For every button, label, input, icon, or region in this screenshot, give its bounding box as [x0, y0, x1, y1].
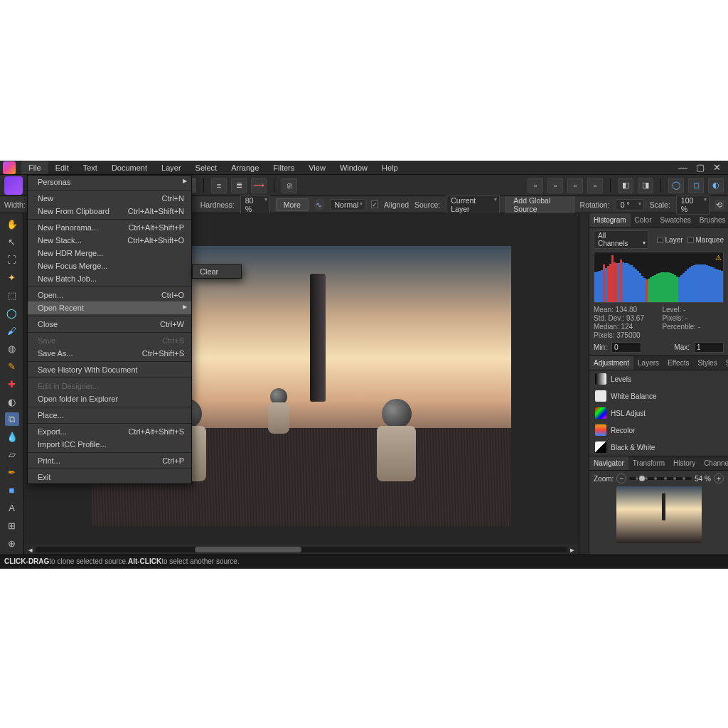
menu-document[interactable]: Document	[105, 161, 154, 174]
scroll-left-icon[interactable]: ◂	[28, 545, 33, 555]
menu-item-new-hdr-merge[interactable]: New HDR Merge...	[28, 247, 191, 259]
tab-effects[interactable]: Effects	[663, 356, 693, 370]
add-global-source-button[interactable]: Add Global Source	[505, 194, 574, 215]
blend-mode-dropdown[interactable]: Normal	[330, 199, 366, 210]
blur-tool-icon[interactable]: 💧	[5, 430, 19, 444]
crop-tool-icon[interactable]: ⛶	[5, 253, 19, 267]
menu-item-personas[interactable]: Personas▶	[28, 176, 191, 188]
menu-item-open[interactable]: Open...Ctrl+O	[28, 289, 191, 301]
menu-item-new-from-clipboard[interactable]: New From ClipboardCtrl+Alt+Shift+N	[28, 205, 191, 218]
persona-photo-icon[interactable]	[4, 176, 23, 195]
menu-item-open-recent[interactable]: Open Recent▶	[28, 301, 191, 314]
menu-filters[interactable]: Filters	[266, 161, 301, 174]
maximize-icon[interactable]: ▢	[696, 162, 705, 173]
menu-item-new[interactable]: NewCtrl+N	[28, 192, 191, 205]
erase-tool-icon[interactable]: ▱	[5, 448, 19, 461]
mesh-tool-icon[interactable]: ⊞	[5, 519, 19, 532]
zoom-in-button[interactable]: +	[714, 473, 724, 483]
arrange-back-icon[interactable]: ▫	[528, 178, 543, 193]
h-scroll-thumb[interactable]	[195, 547, 301, 552]
pencil-tool-icon[interactable]: ✎	[5, 360, 19, 373]
hist-min-input[interactable]	[611, 342, 641, 353]
menu-item-import-icc-profile[interactable]: Import ICC Profile...	[28, 438, 191, 451]
menu-file[interactable]: File	[21, 161, 48, 174]
arrange-forward-icon[interactable]: ▫	[567, 178, 583, 193]
hist-max-input[interactable]	[694, 342, 724, 353]
menu-item-new-panorama[interactable]: New Panorama...Ctrl+Alt+Shift+P	[28, 221, 191, 234]
h-scrollbar[interactable]: ◂ ▸	[24, 545, 579, 555]
zoom-tool-icon[interactable]: ⊕	[5, 537, 19, 550]
minimize-icon[interactable]: —	[678, 162, 687, 173]
menu-window[interactable]: Window	[333, 161, 375, 174]
assistant-icon[interactable]: ⎚	[282, 178, 297, 193]
menu-item-save-history-with-document[interactable]: Save History With Document	[28, 363, 191, 376]
quickfx-circle-icon[interactable]: ◯	[668, 178, 684, 193]
close-icon[interactable]: ✕	[713, 162, 721, 173]
menu-item-place[interactable]: Place...	[28, 409, 191, 422]
tab-channels[interactable]: Channels	[700, 456, 728, 470]
zoom-slider-handle[interactable]	[639, 476, 645, 481]
menu-item-export[interactable]: Export...Ctrl+Alt+Shift+S	[28, 425, 191, 438]
text-tool-icon[interactable]: A	[5, 501, 19, 515]
flood-select-tool-icon[interactable]: ◯	[5, 306, 19, 320]
tab-layers[interactable]: Layers	[633, 356, 663, 370]
source-dropdown[interactable]: Current Layer	[446, 195, 500, 215]
dodge-tool-icon[interactable]: ◐	[5, 395, 19, 409]
menu-item-open-folder-in-explorer[interactable]: Open folder in Explorer	[28, 392, 191, 405]
adjustment-bw[interactable]: Black & White	[589, 439, 728, 456]
clone-tool-icon[interactable]: ⧉	[5, 412, 19, 426]
more-button[interactable]: More	[276, 198, 309, 211]
tab-color[interactable]: Color	[631, 213, 656, 227]
zoom-slider[interactable]	[629, 477, 692, 480]
align-flow-icon[interactable]: ⟿	[251, 178, 267, 193]
adjustment-white-balance[interactable]: White Balance	[589, 387, 728, 405]
v-scrollbar[interactable]	[579, 213, 589, 555]
rotation-dropdown[interactable]: 0 °	[616, 199, 644, 210]
insert-inside-icon[interactable]: ◨	[638, 178, 653, 193]
tab-transform[interactable]: Transform	[628, 456, 669, 470]
hardness-dropdown[interactable]: 80 %	[240, 195, 270, 215]
submenu-clear[interactable]: Clear	[200, 267, 234, 276]
quickfx-square-icon[interactable]: ◻	[688, 178, 704, 193]
reset-icon[interactable]: ⟲	[715, 200, 724, 210]
zoom-out-button[interactable]: −	[616, 473, 626, 483]
quickfx-moon-icon[interactable]: ◐	[708, 178, 724, 193]
adjustment-levels[interactable]: Levels	[589, 370, 728, 387]
brush-select-tool-icon[interactable]: ✦	[5, 271, 19, 284]
paint-brush-tool-icon[interactable]: 🖌	[5, 324, 19, 338]
tab-styles[interactable]: Styles	[693, 356, 721, 370]
menu-item-save-as[interactable]: Save As...Ctrl+Shift+S	[28, 347, 191, 360]
menu-item-new-focus-merge[interactable]: New Focus Merge...	[28, 259, 191, 272]
tab-adjustment[interactable]: Adjustment	[589, 356, 633, 370]
align-left-icon[interactable]: ≡	[211, 178, 227, 193]
fill-tool-icon[interactable]: ◍	[5, 342, 19, 355]
move-tool-icon[interactable]: ↖	[5, 235, 19, 249]
marquee-checkbox[interactable]	[687, 237, 694, 243]
menu-text[interactable]: Text	[76, 161, 105, 174]
menu-item-print[interactable]: Print...Ctrl+P	[28, 454, 191, 467]
menu-help[interactable]: Help	[375, 161, 405, 174]
hand-tool-icon[interactable]: ✋	[5, 218, 19, 231]
tab-navigator[interactable]: Navigator	[589, 456, 628, 470]
tab-history[interactable]: History	[669, 456, 700, 470]
menu-item-close[interactable]: CloseCtrl+W	[28, 318, 191, 331]
tab-brushes[interactable]: Brushes	[695, 213, 728, 227]
layer-checkbox[interactable]	[657, 237, 663, 243]
adjustment-hsl[interactable]: HSL Adjust	[589, 405, 728, 422]
arrange-backward-icon[interactable]: ▫	[547, 178, 563, 193]
rectangle-tool-icon[interactable]: ■	[5, 483, 19, 497]
adjustment-recolor[interactable]: Recolor	[589, 422, 728, 439]
tab-stock[interactable]: Stock	[722, 356, 728, 370]
pen-tool-icon[interactable]: ✒	[5, 466, 19, 479]
align-center-icon[interactable]: ≣	[231, 178, 247, 193]
menu-item-new-batch-job[interactable]: New Batch Job...	[28, 272, 191, 285]
scroll-right-icon[interactable]: ▸	[570, 545, 574, 555]
tab-swatches[interactable]: Swatches	[655, 213, 695, 227]
inpaint-tool-icon[interactable]: ✚	[5, 378, 19, 391]
menu-select[interactable]: Select	[188, 161, 225, 174]
navigator-thumbnail[interactable]	[616, 486, 702, 543]
channels-dropdown[interactable]: All Channels	[594, 230, 648, 249]
arrange-front-icon[interactable]: ▫	[587, 178, 603, 193]
scale-dropdown[interactable]: 100 %	[676, 195, 710, 215]
stabilizer-icon[interactable]: ∿	[314, 199, 324, 210]
